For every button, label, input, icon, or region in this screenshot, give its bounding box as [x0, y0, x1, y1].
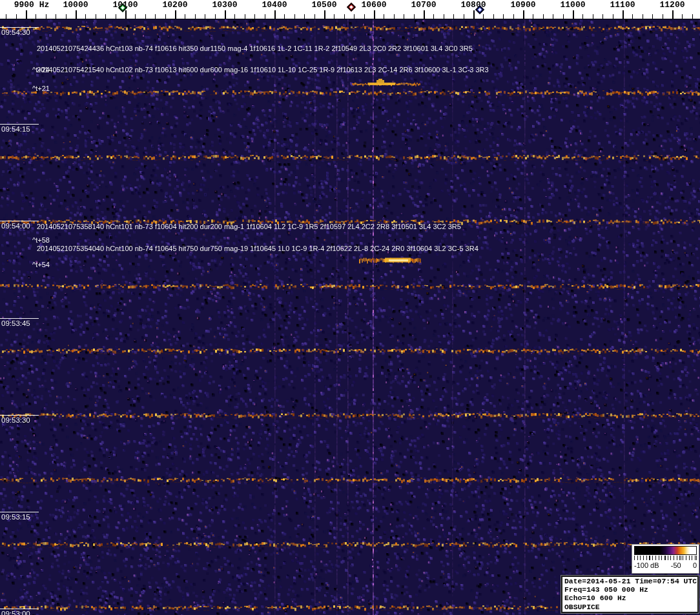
observation-info-box: Date=2014-05-21 Time=07:54 UTC Freq=143 …	[561, 576, 699, 613]
ruler-frequency-label: 10600	[361, 0, 386, 10]
ruler-tick	[513, 14, 514, 19]
ruler-frequency-label: 10700	[411, 0, 436, 10]
info-date-time: Date=2014-05-21 Time=07:54 UTC	[564, 578, 695, 586]
ruler-tick	[205, 14, 205, 19]
ruler-tick	[582, 14, 583, 19]
ruler-tick	[602, 14, 603, 19]
ruler-tick	[265, 14, 265, 19]
ruler-tick	[553, 14, 553, 19]
ruler-tick	[334, 14, 335, 19]
legend-labels: -100 dB -50 0	[634, 561, 697, 569]
ruler-tick	[116, 14, 116, 19]
legend-label-max: 0	[693, 561, 697, 569]
ruler-tick	[234, 14, 235, 19]
ruler-frequency-label: 10500	[311, 0, 336, 10]
ruler-tick	[643, 14, 643, 19]
ruler-tick	[215, 14, 216, 19]
ruler-tick	[225, 10, 226, 19]
legend-tick-ruler	[634, 556, 697, 560]
ruler-frequency-label: 10200	[162, 0, 187, 10]
ruler-tick	[354, 14, 355, 19]
ruler-tick	[483, 14, 484, 19]
ruler-tick	[165, 14, 166, 19]
ruler-tick	[672, 10, 674, 19]
ruler-tick	[195, 14, 196, 19]
ruler-tick	[384, 14, 384, 19]
ruler-tick	[175, 10, 176, 19]
ruler-tick	[16, 14, 17, 19]
legend-label-mid: -50	[671, 561, 681, 569]
ruler-tick	[573, 10, 574, 19]
ruler-tick	[344, 14, 345, 19]
ruler-tick	[453, 14, 454, 19]
ruler-tick	[433, 14, 434, 19]
ruler-tick	[145, 14, 146, 19]
legend-label-min: -100 dB	[634, 561, 659, 569]
ruler-frequency-label: 11000	[560, 0, 585, 10]
ruler-tick	[125, 10, 127, 19]
ruler-tick	[394, 14, 395, 19]
ruler-tick	[155, 14, 156, 19]
ruler-frequency-label: 10000	[63, 0, 88, 10]
ruler-tick	[563, 14, 564, 19]
ruler-tick	[185, 14, 185, 19]
ruler-tick	[493, 14, 494, 19]
ruler-tick	[613, 14, 613, 19]
ruler-tick	[424, 10, 425, 19]
ruler-tick	[245, 14, 245, 19]
ruler-tick	[464, 14, 464, 19]
ruler-tick	[692, 14, 693, 19]
ruler-tick	[543, 14, 544, 19]
ruler-frequency-label: 10400	[262, 0, 287, 10]
ruler-tick	[105, 14, 106, 19]
ruler-tick	[135, 14, 136, 19]
ruler-tick	[6, 14, 6, 19]
ruler-tick	[304, 14, 305, 19]
marker-center-dot	[121, 6, 125, 10]
ruler-tick	[26, 10, 27, 19]
ruler-tick	[76, 10, 77, 19]
ruler-tick	[414, 14, 415, 19]
colormap-gradient-bar	[634, 546, 697, 555]
ruler-tick	[324, 10, 325, 19]
ruler-tick	[593, 14, 593, 19]
ruler-tick	[254, 14, 255, 19]
ruler-tick	[364, 14, 365, 19]
info-echo: Echo=10 600 Hz	[564, 594, 695, 603]
marker-center-dot	[349, 5, 353, 9]
ruler-tick	[632, 14, 633, 19]
spectrogram-canvas[interactable]	[0, 19, 700, 615]
meteor-spectrogram-window: 9900 Hz100001010010200103001040010500106…	[0, 0, 700, 615]
ruler-tick	[444, 14, 444, 19]
ruler-tick	[36, 14, 36, 19]
ruler-tick	[623, 10, 624, 19]
frequency-ruler: 9900 Hz100001010010200103001040010500106…	[0, 0, 700, 19]
ruler-frequency-label: 11100	[610, 0, 635, 10]
ruler-tick	[274, 10, 276, 19]
ruler-tick	[473, 10, 475, 19]
ruler-tick	[404, 14, 404, 19]
ruler-tick	[85, 14, 86, 19]
ruler-tick	[46, 14, 46, 19]
ruler-tick	[682, 14, 683, 19]
ruler-tick	[523, 10, 524, 19]
ruler-frequency-label: 10900	[510, 0, 535, 10]
ruler-tick	[284, 14, 285, 19]
ruler-tick	[56, 14, 56, 19]
ruler-tick	[374, 10, 375, 19]
ruler-tick	[503, 14, 504, 19]
ruler-tick	[652, 14, 653, 19]
ruler-tick	[533, 14, 533, 19]
ruler-tick	[663, 14, 663, 19]
ruler-frequency-label: 11200	[659, 0, 685, 10]
info-frequency: Freq=143 050 000 Hz	[564, 586, 695, 594]
ruler-frequency-label: 9900 Hz	[14, 0, 50, 10]
ruler-tick	[96, 14, 96, 19]
marker-center-dot	[478, 8, 482, 12]
ruler-tick	[294, 14, 295, 19]
db-color-scale-legend: -100 dB -50 0	[632, 544, 699, 574]
marker-red-diamond[interactable]	[347, 3, 356, 12]
info-observer: OBSUPICE	[564, 603, 695, 612]
ruler-tick	[314, 14, 315, 19]
ruler-frequency-label: 10300	[212, 0, 237, 10]
